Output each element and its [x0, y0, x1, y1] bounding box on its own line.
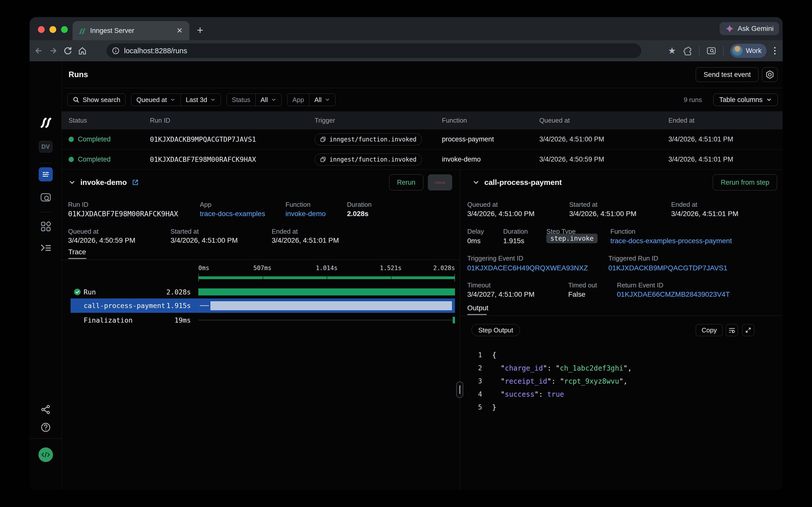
- output-tab-underline: [467, 314, 487, 315]
- function-name: process-payment: [442, 135, 539, 143]
- forward-icon[interactable]: [48, 45, 59, 56]
- rerun-from-step-button[interactable]: Rerun from step: [713, 174, 777, 190]
- step-function-label: Function: [610, 228, 635, 235]
- filter-bar: Show search Queued at Last 3d Status: [62, 88, 783, 111]
- step-function-link[interactable]: trace-docs-examples-process-payment: [610, 237, 732, 245]
- timeout-label: Timeout: [467, 281, 491, 289]
- step-ended-at-label: Ended at: [671, 201, 697, 209]
- time-field-dropdown[interactable]: Queued at: [131, 94, 180, 106]
- browser-menu-icon[interactable]: [773, 46, 776, 56]
- collapse-chevron-icon[interactable]: [472, 179, 480, 186]
- bookmark-star-icon[interactable]: ★: [668, 46, 676, 56]
- chevron-down-icon: [271, 97, 276, 103]
- gemini-sparkle-icon: [725, 24, 734, 33]
- window-close-button[interactable]: [38, 26, 45, 33]
- table-columns-label: Table columns: [719, 96, 762, 104]
- desktop: Inngest Server ✕ + Ask Gemini: [0, 0, 812, 507]
- trace-row-call-process-payment[interactable]: call-process-payment 1.915s: [71, 298, 455, 313]
- env-badge[interactable]: DV: [39, 141, 53, 153]
- home-icon[interactable]: [77, 45, 88, 56]
- ask-gemini-button[interactable]: Ask Gemini: [720, 22, 779, 35]
- trace-row-name: Run: [83, 288, 96, 296]
- delay-label: Delay: [467, 228, 484, 235]
- collapse-chevron-icon[interactable]: [68, 179, 76, 186]
- chevron-down-icon: [210, 97, 216, 103]
- share-icon[interactable]: [40, 404, 51, 415]
- new-tab-button[interactable]: +: [197, 24, 203, 36]
- trigger-pill[interactable]: inngest/function.invoked: [315, 154, 422, 166]
- reload-icon[interactable]: [62, 45, 73, 56]
- settings-gear-button[interactable]: [762, 67, 777, 82]
- status-filter[interactable]: Status All: [227, 94, 282, 106]
- status-text: Completed: [78, 156, 111, 163]
- timed-out-label: Timed out: [568, 281, 597, 289]
- trace-row-finalization[interactable]: Finalization 19ms: [71, 315, 455, 325]
- return-event-id-link[interactable]: 01KJXDAE66CMZMB28439023V4T: [617, 290, 730, 298]
- sidebar-divider-2: [40, 212, 52, 212]
- trace-row-run[interactable]: Run 2.028s: [71, 287, 455, 297]
- code-line: 3 "receipt_id": "rcpt_9xyz8wvu",: [460, 375, 783, 388]
- app-link[interactable]: trace-docs-examples: [200, 210, 265, 218]
- inngest-favicon-icon: [78, 26, 86, 35]
- rerun-button[interactable]: Rerun: [389, 174, 423, 190]
- side-panel-search-icon[interactable]: [706, 46, 716, 56]
- duration-value: 2.028s: [347, 210, 369, 218]
- trigger-pill[interactable]: inngest/function.invoked: [315, 133, 422, 146]
- tab-close-icon[interactable]: ✕: [176, 27, 184, 35]
- chevron-down-icon: [170, 97, 176, 103]
- step-title: call-process-payment: [484, 178, 562, 187]
- sidebar-item-runs[interactable]: [39, 167, 53, 181]
- send-test-event-button[interactable]: Send test event: [696, 67, 758, 82]
- profile-chip[interactable]: Work: [730, 44, 766, 58]
- copy-button[interactable]: Copy: [696, 324, 723, 336]
- expand-icon[interactable]: [742, 324, 754, 336]
- started-at-label: Started at: [171, 228, 199, 235]
- back-icon[interactable]: [33, 45, 44, 56]
- triggered-run-id-link[interactable]: 01KJXDACKB9MPQACGTDP7JAVS1: [608, 264, 728, 272]
- step-detail-pane: call-process-payment Rerun from step Que…: [460, 170, 783, 490]
- line-number: 3: [460, 377, 482, 385]
- browser-tab[interactable]: Inngest Server ✕: [73, 21, 189, 40]
- cancel-button[interactable]: Cancel: [428, 174, 452, 190]
- table-row[interactable]: Completed 01KJXDACBF7E98M00RAFCK9HAX inn…: [62, 150, 783, 170]
- window-minimize-button[interactable]: [50, 26, 56, 33]
- table-row[interactable]: Completed 01KJXDACKB9MPQACGTDP7JAVS1 inn…: [62, 129, 783, 150]
- tab-output[interactable]: Output: [467, 304, 488, 312]
- function-link[interactable]: invoke-demo: [286, 210, 326, 218]
- table-columns-button[interactable]: Table columns: [713, 94, 778, 106]
- help-icon[interactable]: [40, 421, 52, 433]
- site-info-icon[interactable]: [112, 47, 120, 55]
- word-wrap-icon[interactable]: [726, 324, 738, 336]
- sidebar-item-apps[interactable]: [40, 220, 52, 233]
- trace-bar-step: [210, 301, 452, 310]
- triggered-run-id-label: Triggered Run ID: [608, 255, 658, 262]
- sidebar-item-dev-server-logs[interactable]: [40, 241, 52, 254]
- ended-at-value: 3/4/2026, 4:51:01 PM: [272, 236, 339, 244]
- address-bar[interactable]: localhost:8288/runs: [107, 44, 641, 58]
- chevron-down-icon: [766, 97, 772, 103]
- time-filter: Queued at Last 3d: [131, 94, 221, 106]
- trace-minimap[interactable]: [198, 274, 455, 281]
- code-line: 4 "success": true: [460, 388, 783, 401]
- time-range-dropdown[interactable]: Last 3d: [181, 94, 221, 106]
- run-id-label: Run ID: [68, 201, 88, 209]
- step-output-toggle[interactable]: Step Output: [472, 324, 520, 336]
- show-search-button[interactable]: Show search: [67, 94, 126, 106]
- started-at-value: 3/4/2026, 4:51:00 PM: [171, 236, 238, 244]
- status-dot: [69, 137, 74, 142]
- step-started-at-value: 3/4/2026, 4:51:00 PM: [569, 210, 636, 218]
- external-link-icon[interactable]: [131, 178, 139, 186]
- triggering-event-id-link[interactable]: 01KJXDACEC6H49QRQXWEA93NXZ: [467, 264, 588, 272]
- sidebar-item-events[interactable]: [39, 191, 52, 204]
- ended-at-label: Ended at: [272, 228, 298, 235]
- ended-at: 3/4/2026, 4:51:01 PM: [668, 135, 783, 143]
- dev-mode-button[interactable]: [39, 447, 53, 462]
- tab-trace[interactable]: Trace: [68, 248, 86, 256]
- extensions-icon[interactable]: [682, 46, 692, 56]
- step-type-badge: step.invoke: [546, 234, 598, 243]
- queued-at: 3/4/2026, 4:50:59 PM: [539, 156, 668, 163]
- window-zoom-button[interactable]: [61, 26, 68, 33]
- app-filter[interactable]: App All: [287, 94, 335, 106]
- status-dot: [69, 157, 74, 162]
- inngest-logo[interactable]: [39, 115, 53, 129]
